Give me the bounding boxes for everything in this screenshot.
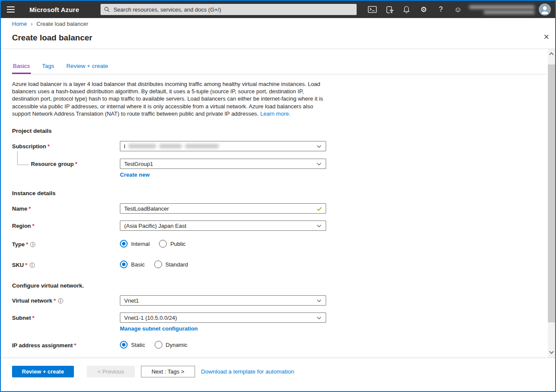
azure-portal-window: Microsoft Azure ⚙ ? ☺ (0, 0, 556, 392)
page-title: Create load balancer (12, 33, 92, 43)
learn-more-link[interactable]: Learn more. (260, 110, 290, 117)
required-asterisk: * (25, 262, 27, 268)
blade-title-bar: Create load balancer × (1, 30, 555, 49)
region-value: (Asia Pacific) Japan East (124, 223, 186, 229)
previous-button[interactable]: < Previous (87, 366, 135, 377)
sku-label: SKU*i (12, 260, 120, 268)
settings-gear-icon[interactable]: ⚙ (415, 1, 432, 18)
intro-paragraph: Azure load balancer is a layer 4 load ba… (12, 80, 326, 117)
type-option-internal[interactable]: Internal (120, 240, 150, 248)
tab-tags[interactable]: Tags (41, 63, 55, 74)
ip-option-static[interactable]: Static (120, 341, 145, 349)
virtual-network-label: Virtual network*i (12, 295, 120, 306)
radio-selected-icon[interactable] (120, 240, 128, 248)
directory-filter-icon[interactable] (381, 1, 398, 18)
required-asterisk: * (32, 223, 34, 229)
account-info[interactable] (469, 3, 555, 15)
subnet-row: Subnet* Vnet1-1 (10.5.0.0/24) Manage sub… (12, 312, 326, 332)
type-label: Type*i (12, 239, 120, 248)
scrollbar-thumb[interactable] (548, 64, 555, 322)
required-asterisk: * (47, 143, 49, 150)
vertical-scrollbar[interactable] (548, 49, 555, 358)
ip-option-dynamic[interactable]: Dynamic (155, 341, 188, 349)
notifications-bell-icon[interactable] (398, 1, 415, 18)
scroll-down-icon[interactable] (548, 349, 555, 356)
manage-subnet-link[interactable]: Manage subnet configuration (120, 325, 198, 332)
close-icon[interactable]: × (544, 32, 549, 42)
cloud-shell-icon[interactable] (364, 1, 381, 18)
chevron-down-icon (316, 223, 322, 229)
resource-group-value: TestGroup1 (124, 161, 153, 167)
subnet-value: Vnet1-1 (10.5.0.0/24) (124, 315, 177, 321)
required-asterisk: * (54, 297, 56, 304)
tab-basics[interactable]: Basics (12, 63, 31, 74)
chevron-down-icon (316, 298, 322, 303)
top-bar: Microsoft Azure ⚙ ? ☺ (1, 1, 555, 18)
breadcrumb: Home › Create load balancer (1, 18, 555, 30)
breadcrumb-home-link[interactable]: Home (12, 21, 27, 27)
subscription-row: Subscription* (12, 141, 326, 151)
chevron-down-icon (316, 315, 322, 321)
region-row: Region* (Asia Pacific) Japan East (12, 220, 326, 231)
tab-review-create[interactable]: Review + create (65, 63, 109, 74)
help-icon[interactable]: ? (432, 1, 449, 18)
subscription-label: Subscription* (12, 141, 120, 151)
wizard-tabs: Basics Tags Review + create (12, 63, 546, 74)
topbar-icon-group: ⚙ ? ☺ (364, 1, 467, 18)
required-asterisk: * (75, 161, 77, 167)
sku-option-standard[interactable]: Standard (154, 260, 188, 268)
ip-assignment-radio-group: Static Dynamic (120, 340, 326, 349)
radio-unselected-icon[interactable] (159, 240, 167, 248)
subnet-dropdown[interactable]: Vnet1-1 (10.5.0.0/24) (120, 312, 326, 323)
project-details-heading: Project details (12, 128, 546, 134)
scroll-up-icon[interactable] (548, 50, 555, 57)
search-input[interactable] (113, 6, 353, 13)
required-asterisk: * (26, 241, 28, 248)
sku-row: SKU*i Basic Standard (12, 260, 326, 268)
chevron-down-icon (316, 161, 322, 167)
account-name-redacted (469, 5, 535, 14)
resource-group-dropdown[interactable]: TestGroup1 (120, 159, 326, 169)
virtual-network-value: Vnet1 (124, 297, 139, 304)
required-asterisk: * (28, 205, 31, 212)
virtual-network-row: Virtual network*i Vnet1 (12, 295, 326, 306)
chevron-down-icon (316, 144, 322, 149)
radio-unselected-icon[interactable] (154, 260, 162, 268)
info-icon[interactable]: i (30, 263, 35, 268)
ip-assignment-row: IP address assignment* Static Dynamic (12, 340, 326, 349)
info-icon[interactable]: i (58, 298, 63, 303)
configure-vnet-heading: Configure virtual network. (12, 282, 546, 289)
name-input[interactable] (124, 205, 314, 212)
breadcrumb-current: Create load balancer (37, 21, 89, 27)
hamburger-menu-icon[interactable] (3, 1, 19, 18)
review-create-button[interactable]: Review + create (12, 366, 74, 377)
instance-details-heading: Instance details (12, 190, 546, 196)
info-icon[interactable]: i (30, 242, 35, 247)
ip-assignment-label: IP address assignment* (12, 340, 120, 349)
name-input-wrap (120, 203, 326, 214)
brand-title: Microsoft Azure (29, 6, 79, 13)
next-tags-button[interactable]: Next : Tags > (141, 366, 195, 377)
resource-group-row: Resource group* TestGroup1 Create new (12, 159, 326, 178)
name-row: Name* (12, 203, 326, 214)
create-new-link[interactable]: Create new (120, 172, 150, 178)
avatar[interactable] (539, 3, 551, 15)
subscription-dropdown[interactable] (120, 141, 326, 151)
region-dropdown[interactable]: (Asia Pacific) Japan East (120, 220, 326, 231)
wizard-footer: Review + create < Previous Next : Tags >… (1, 358, 555, 391)
sku-option-basic[interactable]: Basic (120, 260, 145, 268)
global-search[interactable] (101, 4, 357, 15)
subscription-value-redacted (124, 144, 219, 148)
type-option-public[interactable]: Public (159, 240, 185, 248)
region-label: Region* (12, 220, 120, 231)
required-asterisk: * (32, 315, 34, 321)
blade-content: Basics Tags Review + create Azure load b… (1, 49, 548, 358)
download-template-link[interactable]: Download a template for automation (201, 368, 294, 375)
radio-selected-icon[interactable] (120, 260, 128, 268)
indent-connector-line (17, 151, 29, 165)
radio-unselected-icon[interactable] (155, 341, 162, 349)
valid-check-icon (316, 206, 322, 212)
virtual-network-dropdown[interactable]: Vnet1 (120, 295, 326, 306)
radio-selected-icon[interactable] (120, 341, 128, 349)
feedback-smiley-icon[interactable]: ☺ (449, 1, 467, 18)
